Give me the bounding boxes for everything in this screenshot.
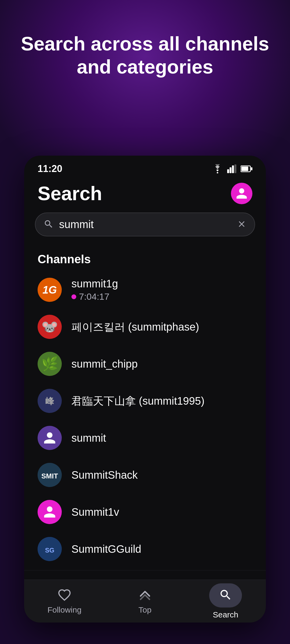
channel-name: 君臨天下山拿 (summit1995) — [71, 394, 205, 408]
channel-info: 페이즈킬러 (summitphase) — [71, 320, 199, 334]
avatar-image: SG — [38, 537, 62, 561]
battery-icon — [241, 165, 252, 173]
content-area[interactable]: Channels 1G summit1g 7:04:17 🐭 페이즈킬러 (su… — [24, 244, 266, 577]
nav-item-search[interactable]: Search — [185, 583, 266, 619]
search-bar[interactable]: summit — [35, 213, 255, 236]
clear-search-button[interactable] — [237, 219, 247, 230]
avatar-image: 峰 — [39, 390, 60, 412]
bottom-navigation: Following Top Search — [24, 580, 266, 623]
phone-shell: 11:20 Search — [24, 156, 266, 623]
svg-text:SMIT: SMIT — [41, 472, 58, 480]
channels-section: Channels 1G summit1g 7:04:17 🐭 페이즈킬러 (su… — [24, 244, 266, 568]
status-time: 11:20 — [38, 163, 62, 174]
avatar: 🐭 — [38, 315, 62, 339]
channel-name: 페이즈킬러 (summitphase) — [71, 320, 199, 334]
channels-section-header: Channels — [24, 244, 266, 271]
channel-info: 君臨天下山拿 (summit1995) — [71, 394, 205, 408]
channel-name: SummitShack — [71, 469, 138, 481]
heart-icon — [58, 588, 71, 603]
nav-item-following[interactable]: Following — [24, 588, 105, 614]
svg-rect-1 — [227, 169, 229, 173]
search-bar-container: summit — [24, 213, 266, 244]
signal-icon — [227, 164, 237, 173]
status-bar: 11:20 — [24, 156, 266, 177]
channel-info: Summit1v — [71, 506, 119, 518]
list-item[interactable]: SMIT SummitShack — [24, 456, 266, 493]
channel-name: Summit1v — [71, 506, 119, 518]
avatar: 🌿 — [38, 352, 62, 376]
avatar: 1G — [38, 278, 62, 302]
channel-info: summit_chipp — [71, 358, 138, 370]
user-avatar-button[interactable] — [231, 183, 252, 204]
default-user-icon — [43, 431, 57, 445]
live-time: 7:04:17 — [79, 291, 109, 302]
status-icons — [212, 164, 252, 173]
nav-search-label: Search — [213, 610, 238, 619]
search-icon — [44, 219, 54, 230]
wifi-icon — [212, 164, 223, 173]
channel-info: SummitGGuild — [71, 543, 141, 555]
channel-name: summit — [71, 432, 106, 444]
nav-active-pill — [209, 583, 242, 608]
search-input[interactable]: summit — [59, 218, 231, 230]
svg-rect-4 — [234, 164, 236, 173]
list-item[interactable]: 🐭 페이즈킬러 (summitphase) — [24, 308, 266, 345]
page-title: Search — [38, 182, 102, 204]
arrow-up-icon — [138, 588, 152, 603]
svg-text:峰: 峰 — [45, 396, 54, 406]
channel-name: SummitGGuild — [71, 543, 141, 555]
channel-info: summit — [71, 432, 106, 444]
list-item[interactable]: summit — [24, 419, 266, 456]
svg-rect-6 — [241, 167, 248, 171]
avatar: 峰 — [38, 389, 62, 413]
avatar: SMIT — [38, 463, 62, 487]
channel-name: summit1g — [71, 278, 118, 290]
list-item[interactable]: 🌿 summit_chipp — [24, 345, 266, 382]
nav-top-label: Top — [139, 605, 151, 614]
svg-text:SG: SG — [45, 547, 55, 554]
live-indicator — [71, 294, 76, 299]
list-item[interactable]: 1G summit1g 7:04:17 — [24, 271, 266, 308]
svg-rect-7 — [251, 167, 253, 170]
hero-section: Search across all channels and categorie… — [0, 32, 290, 79]
user-icon — [235, 187, 248, 200]
nav-item-top[interactable]: Top — [105, 588, 185, 614]
channel-info: SummitShack — [71, 469, 138, 481]
app-header: Search — [24, 177, 266, 213]
avatar-image: SMIT — [38, 463, 62, 487]
svg-rect-3 — [232, 165, 234, 173]
go-to-channel-row[interactable]: Go to channel "summit" — [24, 570, 266, 577]
avatar: SG — [38, 537, 62, 561]
live-badge: 7:04:17 — [71, 291, 118, 302]
nav-following-label: Following — [48, 605, 82, 614]
svg-point-0 — [217, 172, 218, 173]
avatar — [38, 500, 62, 524]
search-nav-icon — [219, 588, 232, 603]
list-item[interactable]: Summit1v — [24, 493, 266, 530]
list-item[interactable]: SG SummitGGuild — [24, 530, 266, 568]
hero-title: Search across all channels and categorie… — [16, 32, 274, 79]
channel-name: summit_chipp — [71, 358, 138, 370]
user-pink-icon — [43, 505, 57, 519]
avatar — [38, 426, 62, 450]
svg-rect-2 — [230, 167, 231, 173]
list-item[interactable]: 峰 君臨天下山拿 (summit1995) — [24, 382, 266, 419]
channel-info: summit1g 7:04:17 — [71, 278, 118, 302]
